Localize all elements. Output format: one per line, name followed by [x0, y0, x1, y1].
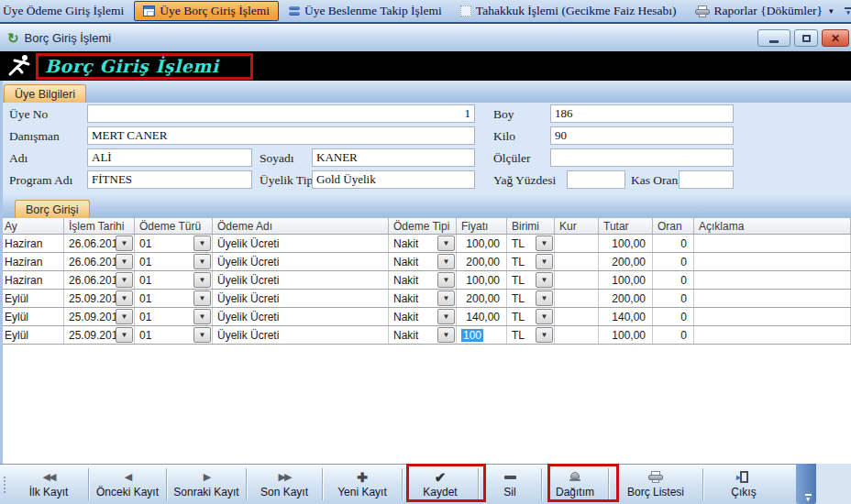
toolbar-button-önceki-kayıt[interactable]: ◀Önceki Kayıt — [89, 465, 166, 504]
grid-cell-oran[interactable]: 0 — [653, 253, 694, 270]
dropdown-button[interactable]: ▼ — [193, 309, 211, 324]
grid-cell-fiyati[interactable]: 200,00 — [457, 290, 507, 307]
top-tab-4[interactable]: Tahakkuk İşlemi (Gecikme Faiz Hesabı) — [452, 1, 685, 21]
grid-cell-ay[interactable]: Eylül — [0, 326, 64, 344]
grid-cell-odeme_adi[interactable]: Üyelik Ücreti — [213, 253, 389, 270]
grid-cell-islem_tarihi[interactable]: 25.09.2012▼ — [64, 326, 135, 344]
close-button[interactable]: ✕ — [822, 29, 849, 47]
grid-cell-tutar[interactable]: 100,00 — [599, 326, 653, 344]
grid-cell-odeme_tipi[interactable]: Nakit▼ — [389, 308, 457, 325]
field-input-uye-no[interactable] — [87, 104, 475, 123]
grid-cell-odeme_adi[interactable]: Üyelik Ücreti — [213, 326, 389, 344]
toolbar-button-i-lk-kayıt[interactable]: ◀◀İlk Kayıt — [9, 465, 88, 504]
toolbar-button-yeni-kayıt[interactable]: ✚Yeni Kayıt — [323, 465, 402, 504]
tab-uye-bilgileri[interactable]: Üye Bilgileri — [4, 84, 86, 103]
field-input-kilo[interactable] — [550, 126, 734, 145]
grid-cell-odeme_adi[interactable]: Üyelik Ücreti — [213, 271, 389, 289]
dropdown-button[interactable]: ▼ — [437, 327, 455, 343]
dropdown-button[interactable]: ▼ — [437, 309, 455, 324]
grid-cell-birimi[interactable]: TL▼ — [507, 290, 555, 307]
grid-cell-odeme_turu[interactable]: 01▼ — [135, 308, 213, 325]
grid-cell-ay[interactable]: Eylül — [0, 308, 64, 325]
grid-header-odeme_turu[interactable]: Ödeme Türü — [135, 218, 213, 234]
grid-cell-birimi[interactable]: TL▼ — [507, 271, 555, 289]
grid-header-oran[interactable]: Oran — [653, 218, 694, 234]
minimize-button[interactable] — [757, 29, 790, 47]
top-tab-2[interactable]: Üye Borç Giriş İşlemi — [134, 1, 279, 21]
toolbar-grip[interactable] — [0, 465, 9, 504]
grid-header-ay[interactable]: Ay — [0, 218, 64, 234]
dropdown-button[interactable]: ▼ — [536, 272, 553, 288]
top-overflow-button[interactable]: ▾ — [845, 7, 851, 15]
grid-cell-aciklama[interactable] — [694, 271, 851, 289]
grid-cell-islem_tarihi[interactable]: 25.09.2012▼ — [64, 290, 135, 307]
toolbar-overflow-button[interactable]: ▾ — [796, 464, 816, 504]
dropdown-button[interactable]: ▼ — [437, 236, 455, 251]
grid-cell-islem_tarihi[interactable]: 26.06.2012▼ — [64, 253, 135, 270]
field-input-boy[interactable] — [550, 104, 734, 123]
grid-cell-odeme_adi[interactable]: Üyelik Ücreti — [213, 235, 389, 252]
dropdown-button[interactable]: ▼ — [536, 309, 553, 324]
grid-cell-odeme_tipi[interactable]: Nakit▼ — [389, 326, 457, 344]
grid-cell-fiyati[interactable]: 100 — [457, 326, 507, 344]
grid-cell-ay[interactable]: Haziran — [0, 235, 64, 252]
dropdown-button[interactable]: ▼ — [116, 272, 133, 288]
dropdown-button[interactable]: ▼ — [437, 272, 455, 288]
toolbar-button-çıkış[interactable]: ►Çıkış — [703, 465, 784, 504]
field-input-uyelik-tipi[interactable] — [312, 170, 475, 189]
field-input-yag-yuzdesi[interactable] — [567, 170, 625, 189]
grid-cell-islem_tarihi[interactable]: 26.06.2012▼ — [64, 235, 135, 252]
grid-header-kur[interactable]: Kur — [555, 218, 599, 234]
maximize-button[interactable] — [794, 29, 818, 47]
toolbar-button-kaydet[interactable]: ✔Kaydet — [403, 465, 478, 504]
tab-borc-girisi[interactable]: Borç Girişi — [15, 200, 90, 218]
grid-cell-aciklama[interactable] — [694, 235, 851, 252]
grid-cell-birimi[interactable]: TL▼ — [507, 308, 555, 325]
grid-header-odeme_tipi[interactable]: Ödeme Tipi — [389, 218, 457, 234]
grid-cell-birimi[interactable]: TL▼ — [507, 253, 555, 270]
grid-header-fiyati[interactable]: Fiyatı — [457, 218, 507, 234]
editing-cell-selection[interactable]: 100 — [461, 329, 483, 342]
grid-header-birimi[interactable]: Birimi — [507, 218, 555, 234]
grid-cell-kur[interactable] — [555, 235, 599, 252]
top-tab-5[interactable]: Raporlar {Dökümler}▾ — [687, 1, 842, 21]
grid-cell-odeme_turu[interactable]: 01▼ — [135, 253, 213, 270]
grid-cell-odeme_turu[interactable]: 01▼ — [135, 290, 213, 307]
grid-cell-aciklama[interactable] — [694, 326, 851, 344]
grid-cell-ay[interactable]: Haziran — [0, 253, 64, 270]
toolbar-button-sil[interactable]: Sil — [479, 465, 541, 504]
grid-cell-odeme_turu[interactable]: 01▼ — [135, 235, 213, 252]
grid-cell-fiyati[interactable]: 100,00 — [457, 271, 507, 289]
grid-cell-fiyati[interactable]: 140,00 — [457, 308, 507, 325]
grid-cell-oran[interactable]: 0 — [653, 308, 694, 325]
grid-cell-ay[interactable]: Eylül — [0, 290, 64, 307]
field-input-program-adi[interactable] — [87, 170, 252, 189]
toolbar-button-dağıtım[interactable]: Dağıtım — [542, 465, 608, 504]
toolbar-button-son-kayıt[interactable]: ▶▶Son Kayıt — [247, 465, 322, 504]
grid-cell-birimi[interactable]: TL▼ — [507, 326, 555, 344]
dropdown-button[interactable]: ▼ — [193, 327, 211, 343]
grid-cell-odeme_turu[interactable]: 01▼ — [135, 271, 213, 289]
grid-cell-odeme_tipi[interactable]: Nakit▼ — [389, 271, 457, 289]
grid-cell-kur[interactable] — [555, 326, 599, 344]
grid-cell-oran[interactable]: 0 — [653, 271, 694, 289]
grid-cell-oran[interactable]: 0 — [653, 290, 694, 307]
top-tab-1[interactable]: Üye Ödeme Giriş İşlemi — [0, 1, 132, 21]
dropdown-button[interactable]: ▼ — [536, 327, 553, 343]
dropdown-button[interactable]: ▼ — [116, 309, 133, 324]
field-input-adi[interactable] — [87, 148, 252, 167]
field-input-olculer[interactable] — [550, 148, 734, 167]
grid-cell-aciklama[interactable] — [694, 290, 851, 307]
grid-cell-oran[interactable]: 0 — [653, 326, 694, 344]
dropdown-button[interactable]: ▼ — [193, 236, 211, 251]
grid-cell-fiyati[interactable]: 200,00 — [457, 253, 507, 270]
grid-cell-oran[interactable]: 0 — [653, 235, 694, 252]
grid-cell-tutar[interactable]: 100,00 — [599, 271, 653, 289]
dropdown-button[interactable]: ▼ — [437, 290, 455, 306]
dropdown-button[interactable]: ▼ — [193, 254, 211, 269]
dropdown-button[interactable]: ▼ — [116, 290, 133, 306]
grid-cell-odeme_tipi[interactable]: Nakit▼ — [389, 235, 457, 252]
grid-cell-tutar[interactable]: 200,00 — [599, 290, 653, 307]
toolbar-button-borç-listesi[interactable]: Borç Listesi — [609, 465, 702, 504]
dropdown-button[interactable]: ▼ — [536, 236, 553, 251]
